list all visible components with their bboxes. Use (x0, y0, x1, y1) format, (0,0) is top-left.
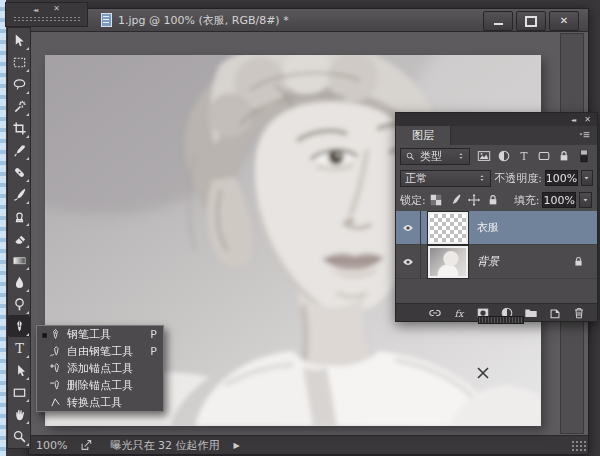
crop-tool[interactable] (8, 117, 30, 139)
brush-icon (12, 187, 27, 202)
panel-collapse-icon[interactable]: ◂◂ (571, 116, 575, 123)
opacity-value[interactable]: 100% (545, 170, 578, 186)
spinner-icon (457, 150, 465, 162)
photoshop-app: 1.jpg @ 100% (衣服, RGB/8#) * ✕ 100% 曝光只在 … (0, 0, 600, 456)
fill-label: 填充: (514, 193, 540, 208)
fx-button[interactable]: fx (451, 305, 467, 320)
hand-tool[interactable] (8, 403, 30, 425)
marquee-tool[interactable] (8, 51, 30, 73)
filter-icon-buttons: T (475, 148, 593, 165)
menu-item-add-anchor[interactable]: 添加锚点工具 (37, 360, 163, 377)
move-tool[interactable] (8, 29, 30, 51)
flyout-corner-icon (26, 245, 29, 248)
clone-stamp-tool[interactable] (8, 205, 30, 227)
window-controls: ✕ (483, 11, 579, 31)
flyout-corner-icon (26, 47, 29, 50)
lock-brush-sm-icon[interactable] (448, 192, 463, 209)
tab-layers[interactable]: 图层 (396, 126, 451, 145)
close-button[interactable]: ✕ (549, 11, 579, 31)
lock-checker-sm-icon[interactable] (429, 192, 444, 209)
delete-anchor-icon (49, 379, 67, 392)
filter-shape-rect-icon[interactable] (535, 148, 553, 165)
layer-name[interactable]: 背景 (477, 254, 499, 269)
opacity-caret-icon[interactable] (581, 170, 593, 186)
toolbox-header[interactable]: ◂◂ ✕ (5, 2, 88, 27)
brush-tool[interactable] (8, 183, 30, 205)
blur-tool[interactable] (8, 271, 30, 293)
layer-thumbnail[interactable] (428, 246, 468, 278)
gradient-icon (12, 253, 27, 268)
fill-value[interactable]: 100% (542, 192, 575, 208)
layer-name[interactable]: 衣服 (477, 220, 499, 235)
menu-item-delete-anchor[interactable]: 删除锚点工具 (37, 377, 163, 394)
type-tool[interactable]: T (8, 337, 30, 359)
hand-icon (12, 407, 27, 422)
minimize-button[interactable] (483, 11, 513, 31)
zoom-level[interactable]: 100% (36, 439, 67, 452)
flyout-corner-icon (26, 91, 29, 94)
fill-caret-icon[interactable] (579, 192, 592, 208)
zoom-tool[interactable] (8, 425, 30, 447)
eraser-tool[interactable] (8, 227, 30, 249)
filter-filter-toggle-icon[interactable] (575, 148, 593, 165)
toolbox-collapse-icon[interactable]: ◂◂ (33, 5, 37, 14)
pen-tool[interactable] (8, 315, 30, 337)
menu-item-convert-point[interactable]: 转换点工具 (37, 394, 163, 411)
maximize-icon (525, 16, 537, 27)
healing-brush-icon (12, 165, 27, 180)
document-icon (101, 13, 112, 27)
path-selection-tool[interactable] (8, 359, 30, 381)
filter-adjust-half-icon[interactable] (495, 148, 513, 165)
svg-text:fx: fx (455, 307, 466, 318)
menu-item-pen-nib[interactable]: ■钢笔工具P (37, 326, 163, 343)
blend-mode-value: 正常 (405, 171, 427, 186)
lock-move-sm-icon[interactable] (467, 192, 482, 209)
maximize-button[interactable] (516, 11, 546, 31)
menu-item-label: 钢笔工具 (67, 327, 148, 342)
gradient-tool[interactable] (8, 249, 30, 271)
layer-visibility-toggle[interactable] (396, 211, 421, 244)
layer-visibility-toggle[interactable] (396, 245, 421, 278)
lock-icon (572, 255, 585, 268)
healing-brush-tool[interactable] (8, 161, 30, 183)
trash-button[interactable] (571, 305, 587, 320)
panel-close-icon[interactable]: ✕ (584, 116, 591, 124)
toolbox-grip[interactable] (13, 16, 80, 21)
eyedropper-tool[interactable] (8, 139, 30, 161)
eraser-icon (12, 231, 27, 246)
shape-tool[interactable] (8, 381, 30, 403)
toolbox-close-icon[interactable]: ✕ (53, 5, 60, 14)
filter-type-t-icon[interactable]: T (515, 148, 533, 165)
layers-filter-row: 类型 T (396, 145, 597, 167)
desktop-edge (0, 0, 6, 456)
link-button[interactable] (427, 305, 443, 320)
lock-padlock-icon[interactable] (486, 192, 501, 209)
menu-item-freeform-pen[interactable]: 自由钢笔工具P (37, 343, 163, 360)
filter-image-icon[interactable] (475, 148, 493, 165)
freeform-pen-icon (49, 345, 67, 358)
status-arrow-icon[interactable]: ▶ (233, 441, 239, 450)
new-layer-button[interactable] (547, 305, 563, 320)
magic-wand-tool[interactable] (8, 95, 30, 117)
layer-thumbnail[interactable] (428, 212, 468, 244)
resize-grip[interactable] (571, 440, 586, 452)
layers-panel-titlebar[interactable]: ◂◂ ✕ (396, 113, 597, 126)
filter-type-dropdown[interactable]: 类型 (400, 148, 470, 165)
lasso-tool[interactable] (8, 73, 30, 95)
close-icon: ✕ (560, 16, 568, 26)
dodge-tool[interactable] (8, 293, 30, 315)
layers-empty-area (396, 279, 597, 303)
document-titlebar[interactable]: 1.jpg @ 100% (衣服, RGB/8#) * ✕ (29, 9, 588, 32)
layer-row-1[interactable]: 衣服 (396, 211, 597, 245)
blend-mode-dropdown[interactable]: 正常 (400, 170, 491, 187)
panel-menu-icon[interactable] (575, 129, 593, 142)
svg-text:T: T (15, 341, 24, 356)
status-message: 曝光只在 32 位起作用 (110, 438, 219, 453)
export-icon[interactable] (79, 438, 94, 452)
layers-panel-tabs: 图层 (396, 126, 597, 145)
type-icon: T (12, 341, 27, 356)
filter-padlock-icon[interactable] (555, 148, 573, 165)
panel-resize-nub (478, 316, 524, 324)
folder-button[interactable] (523, 305, 539, 320)
layer-row-2[interactable]: 背景 (396, 245, 597, 279)
